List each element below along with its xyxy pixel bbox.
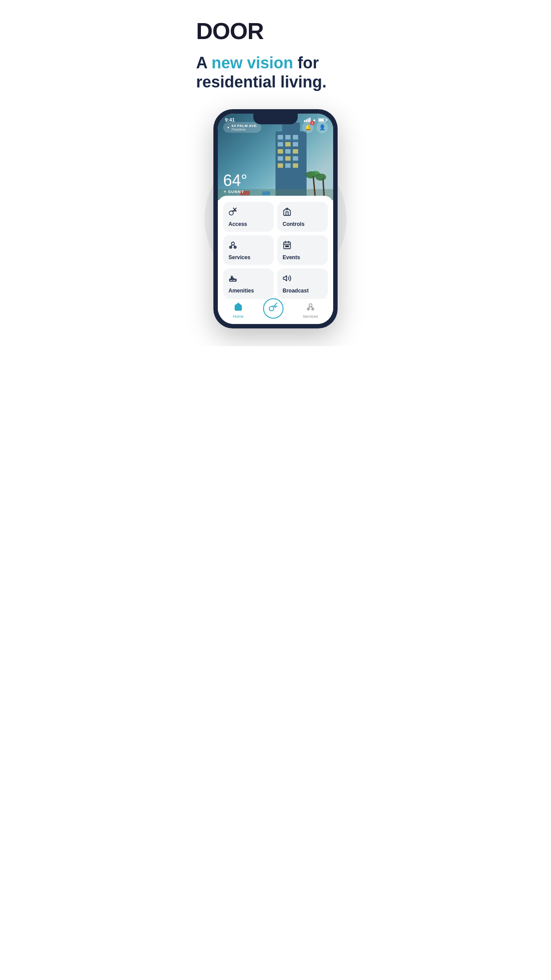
home-nav-label: Home: [233, 314, 244, 319]
address-main: 64 PALM AVE.: [232, 124, 258, 128]
phone-notch: [253, 114, 298, 124]
svg-rect-16: [293, 163, 298, 168]
hero-image: 9:41 ▲: [218, 114, 333, 200]
amenities-label: Amenities: [228, 288, 254, 294]
condition-text: SUNNY: [228, 190, 244, 194]
phone-screen: 9:41 ▲: [218, 114, 333, 324]
app-grid-section: Access Controls: [218, 196, 333, 324]
temperature: 64°: [223, 173, 247, 189]
svg-rect-6: [285, 142, 291, 146]
grid-item-services[interactable]: Services: [223, 235, 274, 265]
svg-rect-15: [285, 163, 291, 168]
svg-point-45: [309, 304, 312, 307]
nav-home[interactable]: Home: [233, 302, 244, 319]
svg-rect-10: [293, 149, 298, 154]
weather-condition: ☀ SUNNY: [223, 190, 247, 194]
grid-item-controls[interactable]: Controls: [277, 202, 328, 232]
key-icon: [228, 207, 237, 218]
services-nav-label: Services: [303, 314, 319, 319]
grid-container: Access Controls: [223, 202, 328, 298]
phone-frame: 9:41 ▲: [213, 109, 338, 328]
key-nav-icon: [268, 302, 278, 314]
svg-point-42: [269, 307, 274, 311]
grid-item-events[interactable]: Events: [277, 235, 328, 265]
wifi-icon: ▲: [312, 118, 316, 122]
services-icon: [228, 241, 237, 252]
svg-rect-14: [278, 163, 283, 168]
status-icons: ▲: [304, 118, 326, 122]
svg-rect-8: [278, 149, 283, 154]
tagline-highlight: new vision: [212, 54, 293, 72]
services-label: Services: [228, 254, 250, 261]
svg-rect-9: [285, 149, 291, 154]
grid-item-access[interactable]: Access: [223, 202, 274, 232]
battery-icon: [318, 118, 326, 122]
signal-icon: [304, 118, 311, 122]
access-label: Access: [228, 221, 247, 227]
svg-rect-27: [262, 191, 270, 195]
svg-rect-37: [286, 246, 287, 247]
sun-icon: ☀: [223, 190, 227, 194]
svg-rect-4: [293, 135, 298, 139]
bell-icon: 🔔: [305, 124, 311, 130]
svg-rect-11: [278, 156, 283, 161]
page-wrapper: DOOR A new vision for residential living…: [184, 0, 367, 346]
services-nav-icon: [306, 302, 315, 313]
home-nav-icon: [234, 302, 243, 313]
svg-rect-12: [285, 156, 291, 161]
user-icon: 👤: [319, 124, 326, 130]
address-text: 64 PALM AVE. Pasadena: [232, 124, 258, 131]
calendar-icon: [283, 241, 291, 252]
svg-rect-38: [287, 246, 289, 247]
svg-point-25: [315, 174, 326, 181]
status-time: 9:41: [225, 117, 235, 122]
events-label: Events: [283, 254, 300, 261]
svg-rect-3: [285, 135, 291, 139]
grid-item-broadcast[interactable]: Broadcast: [277, 269, 328, 298]
grid-item-amenities[interactable]: Amenities: [223, 269, 274, 298]
chevron-down-icon: ▼: [227, 126, 230, 129]
tagline-prefix: A: [196, 54, 212, 72]
svg-rect-33: [284, 242, 291, 249]
tagline: A new vision for residential living.: [196, 53, 355, 91]
weather-info: 64° ☀ SUNNY: [223, 173, 247, 194]
nav-center-key-button[interactable]: [263, 298, 283, 319]
pool-icon: [228, 274, 237, 285]
svg-rect-7: [293, 142, 298, 146]
svg-rect-19: [292, 139, 299, 141]
home-icon: [283, 207, 291, 218]
nav-services[interactable]: Services: [303, 302, 319, 319]
svg-rect-5: [278, 142, 283, 146]
bottom-nav: Home: [223, 298, 328, 324]
svg-rect-13: [293, 156, 298, 161]
broadcast-label: Broadcast: [283, 288, 309, 294]
svg-rect-2: [278, 135, 283, 139]
broadcast-icon: [283, 274, 291, 285]
svg-marker-41: [283, 276, 287, 281]
address-sub: Pasadena: [232, 128, 258, 131]
controls-label: Controls: [283, 221, 304, 227]
svg-rect-17: [277, 139, 284, 141]
app-title: DOOR: [196, 18, 264, 44]
svg-point-30: [232, 242, 235, 245]
svg-rect-18: [284, 139, 291, 141]
svg-point-28: [229, 211, 233, 215]
phone-mockup: 9:41 ▲: [196, 109, 355, 328]
